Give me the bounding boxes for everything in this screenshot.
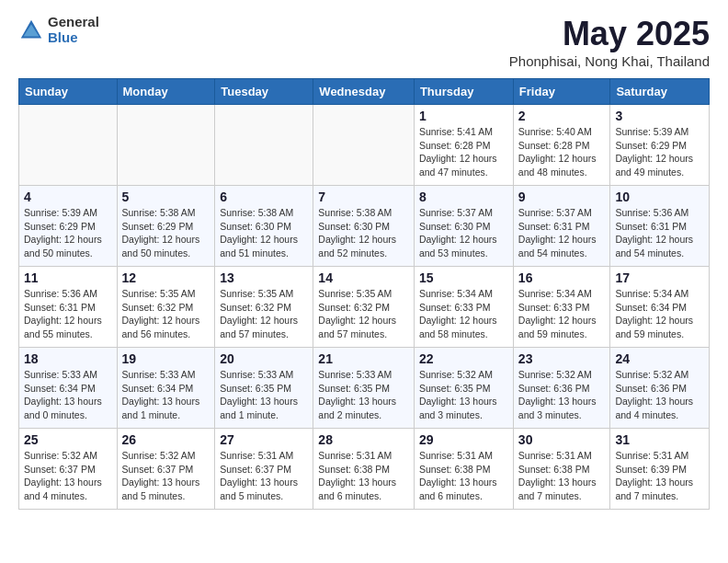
calendar-table: Sunday Monday Tuesday Wednesday Thursday… [18,78,710,510]
day-info: Sunrise: 5:33 AM Sunset: 6:34 PM Dayligh… [122,368,210,422]
day-info: Sunrise: 5:40 AM Sunset: 6:28 PM Dayligh… [518,125,606,179]
day-info: Sunrise: 5:32 AM Sunset: 6:36 PM Dayligh… [518,368,606,422]
day-number: 2 [518,109,606,123]
table-cell: 13Sunrise: 5:35 AM Sunset: 6:32 PM Dayli… [215,267,313,348]
table-cell: 10Sunrise: 5:36 AM Sunset: 6:31 PM Dayli… [610,186,710,267]
day-number: 11 [24,270,112,285]
day-info: Sunrise: 5:38 AM Sunset: 6:29 PM Dayligh… [122,206,210,260]
day-number: 29 [419,432,508,447]
table-cell: 19Sunrise: 5:33 AM Sunset: 6:34 PM Dayli… [117,348,215,429]
col-wednesday: Wednesday [313,79,415,105]
table-cell: 7Sunrise: 5:38 AM Sunset: 6:30 PM Daylig… [313,186,415,267]
day-info: Sunrise: 5:31 AM Sunset: 6:38 PM Dayligh… [318,449,409,503]
day-number: 18 [24,351,112,366]
table-cell: 28Sunrise: 5:31 AM Sunset: 6:38 PM Dayli… [313,429,415,510]
day-info: Sunrise: 5:37 AM Sunset: 6:30 PM Dayligh… [419,206,508,260]
day-number: 25 [24,432,112,447]
day-info: Sunrise: 5:39 AM Sunset: 6:29 PM Dayligh… [24,206,112,260]
day-info: Sunrise: 5:31 AM Sunset: 6:37 PM Dayligh… [220,449,308,503]
day-info: Sunrise: 5:35 AM Sunset: 6:32 PM Dayligh… [318,287,409,341]
col-monday: Monday [117,79,215,105]
day-number: 16 [518,270,606,285]
day-number: 24 [615,351,704,366]
week-row-4: 18Sunrise: 5:33 AM Sunset: 6:34 PM Dayli… [19,348,710,429]
table-cell: 14Sunrise: 5:35 AM Sunset: 6:32 PM Dayli… [313,267,415,348]
day-info: Sunrise: 5:31 AM Sunset: 6:39 PM Dayligh… [615,449,704,503]
table-cell: 5Sunrise: 5:38 AM Sunset: 6:29 PM Daylig… [117,186,215,267]
day-number: 22 [419,351,508,366]
day-number: 1 [419,109,508,123]
day-number: 30 [518,432,606,447]
day-info: Sunrise: 5:39 AM Sunset: 6:29 PM Dayligh… [615,125,704,179]
calendar-header-row: Sunday Monday Tuesday Wednesday Thursday… [19,79,710,105]
logo: General Blue [18,15,99,45]
day-info: Sunrise: 5:32 AM Sunset: 6:36 PM Dayligh… [615,368,704,422]
location: Phonphisai, Nong Khai, Thailand [509,53,710,69]
week-row-5: 25Sunrise: 5:32 AM Sunset: 6:37 PM Dayli… [19,429,710,510]
table-cell: 3Sunrise: 5:39 AM Sunset: 6:29 PM Daylig… [610,105,710,186]
week-row-3: 11Sunrise: 5:36 AM Sunset: 6:31 PM Dayli… [19,267,710,348]
table-cell: 26Sunrise: 5:32 AM Sunset: 6:37 PM Dayli… [117,429,215,510]
day-info: Sunrise: 5:36 AM Sunset: 6:31 PM Dayligh… [24,287,112,341]
table-cell [313,105,415,186]
day-number: 17 [615,270,704,285]
table-cell: 30Sunrise: 5:31 AM Sunset: 6:38 PM Dayli… [513,429,610,510]
week-row-1: 1Sunrise: 5:41 AM Sunset: 6:28 PM Daylig… [19,105,710,186]
table-cell: 1Sunrise: 5:41 AM Sunset: 6:28 PM Daylig… [414,105,513,186]
day-info: Sunrise: 5:33 AM Sunset: 6:35 PM Dayligh… [220,368,308,422]
table-cell: 15Sunrise: 5:34 AM Sunset: 6:33 PM Dayli… [414,267,513,348]
col-friday: Friday [513,79,610,105]
header: General Blue May 2025 Phonphisai, Nong K… [18,15,710,69]
day-number: 26 [122,432,210,447]
table-cell: 17Sunrise: 5:34 AM Sunset: 6:34 PM Dayli… [610,267,710,348]
table-cell: 16Sunrise: 5:34 AM Sunset: 6:33 PM Dayli… [513,267,610,348]
day-number: 5 [122,190,210,204]
page: General Blue May 2025 Phonphisai, Nong K… [0,0,728,524]
table-cell [117,105,215,186]
table-cell [19,105,118,186]
day-info: Sunrise: 5:33 AM Sunset: 6:34 PM Dayligh… [24,368,112,422]
day-info: Sunrise: 5:38 AM Sunset: 6:30 PM Dayligh… [220,206,308,260]
table-cell: 11Sunrise: 5:36 AM Sunset: 6:31 PM Dayli… [19,267,118,348]
table-cell: 9Sunrise: 5:37 AM Sunset: 6:31 PM Daylig… [513,186,610,267]
day-number: 19 [122,351,210,366]
day-info: Sunrise: 5:38 AM Sunset: 6:30 PM Dayligh… [318,206,409,260]
day-number: 7 [318,190,409,204]
day-info: Sunrise: 5:31 AM Sunset: 6:38 PM Dayligh… [419,449,508,503]
day-number: 27 [220,432,308,447]
day-number: 14 [318,270,409,285]
table-cell: 4Sunrise: 5:39 AM Sunset: 6:29 PM Daylig… [19,186,118,267]
day-number: 12 [122,270,210,285]
week-row-2: 4Sunrise: 5:39 AM Sunset: 6:29 PM Daylig… [19,186,710,267]
title-block: May 2025 Phonphisai, Nong Khai, Thailand [509,15,710,69]
table-cell [215,105,313,186]
table-cell: 18Sunrise: 5:33 AM Sunset: 6:34 PM Dayli… [19,348,118,429]
col-tuesday: Tuesday [215,79,313,105]
table-cell: 27Sunrise: 5:31 AM Sunset: 6:37 PM Dayli… [215,429,313,510]
day-info: Sunrise: 5:31 AM Sunset: 6:38 PM Dayligh… [518,449,606,503]
table-cell: 24Sunrise: 5:32 AM Sunset: 6:36 PM Dayli… [610,348,710,429]
day-number: 13 [220,270,308,285]
day-info: Sunrise: 5:32 AM Sunset: 6:37 PM Dayligh… [24,449,112,503]
table-cell: 20Sunrise: 5:33 AM Sunset: 6:35 PM Dayli… [215,348,313,429]
day-number: 21 [318,351,409,366]
table-cell: 6Sunrise: 5:38 AM Sunset: 6:30 PM Daylig… [215,186,313,267]
day-info: Sunrise: 5:35 AM Sunset: 6:32 PM Dayligh… [122,287,210,341]
col-saturday: Saturday [610,79,710,105]
day-number: 10 [615,190,704,204]
logo-blue-text: Blue [48,30,99,46]
day-info: Sunrise: 5:34 AM Sunset: 6:33 PM Dayligh… [518,287,606,341]
table-cell: 2Sunrise: 5:40 AM Sunset: 6:28 PM Daylig… [513,105,610,186]
day-info: Sunrise: 5:32 AM Sunset: 6:37 PM Dayligh… [122,449,210,503]
day-info: Sunrise: 5:32 AM Sunset: 6:35 PM Dayligh… [419,368,508,422]
day-info: Sunrise: 5:41 AM Sunset: 6:28 PM Dayligh… [419,125,508,179]
logo-text: General Blue [48,15,99,45]
day-info: Sunrise: 5:35 AM Sunset: 6:32 PM Dayligh… [220,287,308,341]
logo-general-text: General [48,15,99,30]
day-info: Sunrise: 5:34 AM Sunset: 6:33 PM Dayligh… [419,287,508,341]
day-number: 15 [419,270,508,285]
month-title: May 2025 [509,15,710,53]
day-number: 3 [615,109,704,123]
table-cell: 31Sunrise: 5:31 AM Sunset: 6:39 PM Dayli… [610,429,710,510]
table-cell: 12Sunrise: 5:35 AM Sunset: 6:32 PM Dayli… [117,267,215,348]
